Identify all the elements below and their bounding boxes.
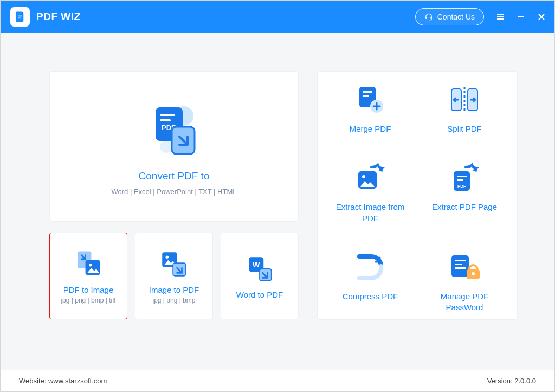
window-controls [492,8,550,25]
svg-rect-27 [363,95,369,97]
svg-rect-26 [363,91,372,93]
svg-rect-5 [497,16,504,17]
footer: Website: www.starzsoft.com Version: 2.0.… [1,370,554,391]
pdf-to-image-title: PDF to Image [63,285,114,294]
footer-version: Version: 2.0.0.0 [487,377,536,385]
manage-password-icon [447,250,482,285]
split-pdf-icon [447,82,482,117]
svg-rect-12 [160,119,171,121]
svg-rect-2 [425,16,427,18]
convert-pdf-card[interactable]: PDF Convert PDF to Word | Excel | PowerP… [49,71,299,222]
pdf-to-image-sub: jpg | png | bmp | tiff [61,297,115,304]
extract-image-icon [353,160,388,195]
word-to-pdf-card[interactable]: W Word to PDF [221,233,299,319]
extract-page-title: Extract PDF Page [432,202,497,213]
compress-pdf-tool[interactable]: Compress PDF [323,250,417,313]
compress-pdf-icon [353,250,388,285]
right-tools-panel: Merge PDF Split PDF [317,71,518,320]
extract-image-title: Extract Image from PDF [327,202,413,224]
svg-rect-41 [455,267,466,269]
convert-pdf-icon: PDF [141,98,206,163]
compress-pdf-title: Compress PDF [343,291,398,302]
image-to-pdf-card[interactable]: Image to PDF jpg | png | bmp [135,233,213,319]
contact-us-label: Contact Us [437,12,475,21]
left-small-tools-row: PDF to Image jpg | png | bmp | tiff [49,233,299,319]
headset-icon [424,12,433,22]
app-window: PDF WIZ Contact Us [0,0,555,392]
footer-website: Website: www.starzsoft.com [19,377,107,385]
split-pdf-tool[interactable]: Split PDF [417,82,512,134]
svg-rect-11 [160,114,175,116]
pdf-to-image-icon [73,248,104,280]
menu-icon [496,13,504,21]
svg-text:W: W [253,260,260,269]
svg-rect-7 [518,16,524,17]
main-content: PDF Convert PDF to Word | Excel | PowerP… [1,33,554,370]
merge-pdf-title: Merge PDF [350,124,391,134]
word-to-pdf-icon: W [244,253,275,285]
manage-password-title: Manage PDF PassWord [422,291,507,313]
svg-rect-39 [455,260,466,261]
split-pdf-title: Split PDF [447,124,481,134]
minimize-button[interactable] [512,8,530,25]
extract-image-tool[interactable]: Extract Image from PDF [323,160,417,224]
svg-rect-3 [430,16,432,18]
merge-pdf-tool[interactable]: Merge PDF [323,82,417,134]
svg-rect-0 [18,16,22,17]
svg-text:PDF: PDF [457,184,466,189]
svg-rect-40 [455,264,462,265]
svg-rect-6 [497,18,504,20]
image-to-pdf-sub: jpg | png | bmp [153,297,196,304]
manage-password-tool[interactable]: Manage PDF PassWord [417,250,512,313]
svg-point-20 [166,255,169,258]
svg-point-18 [89,264,92,266]
app-logo-icon [10,7,30,27]
convert-pdf-title: Convert PDF to [139,170,210,182]
menu-button[interactable] [492,8,509,25]
extract-page-icon: PDF [447,160,482,195]
image-to-pdf-icon [158,248,190,280]
svg-point-9 [160,140,173,153]
extract-page-tool[interactable]: PDF Extract PDF Page [417,160,512,224]
svg-rect-36 [457,179,463,181]
svg-rect-1 [18,18,21,19]
minimize-icon [517,13,525,21]
svg-rect-35 [457,176,467,177]
app-title: PDF WIZ [36,11,81,23]
convert-pdf-subtitle: Word | Excel | PowerPoint | TXT | HTML [112,188,237,196]
contact-us-button[interactable]: Contact Us [415,8,484,25]
svg-point-33 [362,175,365,178]
left-column: PDF Convert PDF to Word | Excel | PowerP… [49,71,299,319]
merge-pdf-icon [353,82,388,117]
close-icon [538,13,545,21]
svg-point-43 [472,272,475,275]
svg-rect-38 [451,255,469,277]
pdf-to-image-card[interactable]: PDF to Image jpg | png | bmp | tiff [49,233,127,319]
image-to-pdf-title: Image to PDF [149,285,199,294]
word-to-pdf-title: Word to PDF [236,290,283,299]
svg-rect-4 [497,14,504,15]
titlebar: PDF WIZ Contact Us [1,1,554,33]
close-button[interactable] [533,8,550,25]
